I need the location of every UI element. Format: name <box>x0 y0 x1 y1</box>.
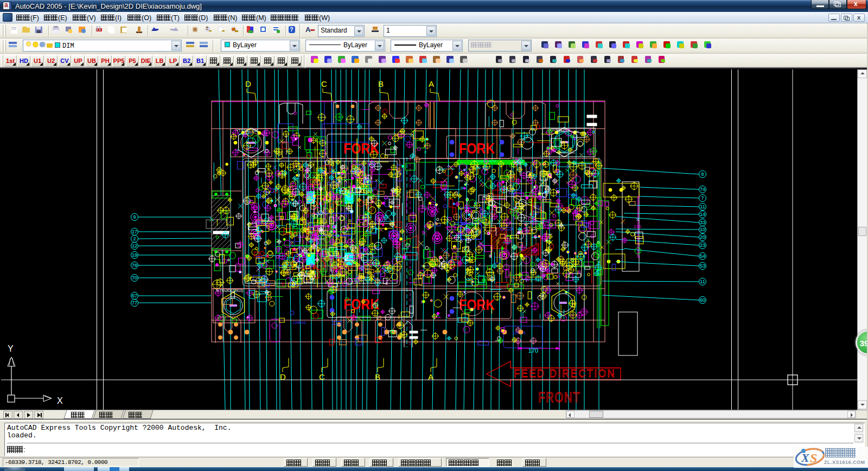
svg-text:12: 12 <box>132 243 137 249</box>
svg-text:S: S <box>810 451 817 465</box>
svg-text:19: 19 <box>132 252 137 258</box>
svg-text:B: B <box>378 79 384 88</box>
svg-text:N-TGUIDE(2410): N-TGUIDE(2410) <box>216 289 243 293</box>
svg-text:FORK: FORK <box>459 141 495 157</box>
svg-text:60: 60 <box>700 297 705 303</box>
svg-text:67: 67 <box>132 293 137 298</box>
svg-text:FRONT: FRONT <box>538 389 580 405</box>
svg-text:C: C <box>321 79 327 88</box>
svg-text:170: 170 <box>634 224 641 229</box>
svg-text:X: X <box>57 396 63 405</box>
svg-text:FEED DIRECTION: FEED DIRECTION <box>514 367 616 379</box>
svg-text:D: D <box>245 79 251 88</box>
svg-text:33: 33 <box>700 220 705 225</box>
svg-text:2: 2 <box>133 236 136 241</box>
svg-text:74: 74 <box>700 187 705 192</box>
svg-text:20: 20 <box>700 234 705 240</box>
svg-text:70: 70 <box>132 275 137 281</box>
svg-text:17: 17 <box>132 229 137 234</box>
svg-text:23: 23 <box>700 243 705 248</box>
svg-text:10: 10 <box>700 227 705 232</box>
svg-text:54: 54 <box>700 253 705 259</box>
svg-text:7: 7 <box>701 195 704 201</box>
svg-text:11: 11 <box>700 279 705 284</box>
svg-text:Y: Y <box>8 344 14 353</box>
svg-text:9: 9 <box>133 214 136 220</box>
svg-text:A: A <box>429 79 434 88</box>
svg-text:11: 11 <box>700 204 705 209</box>
svg-text:53: 53 <box>700 263 705 269</box>
svg-text:170: 170 <box>528 347 538 354</box>
svg-text:14: 14 <box>700 212 705 217</box>
svg-text:X: X <box>801 451 810 464</box>
svg-text:8: 8 <box>701 171 704 177</box>
svg-text:78: 78 <box>132 263 137 268</box>
svg-text:FORK: FORK <box>459 297 495 313</box>
svg-text:77: 77 <box>132 300 137 305</box>
svg-text:CHPU3: CHPU3 <box>293 321 306 324</box>
